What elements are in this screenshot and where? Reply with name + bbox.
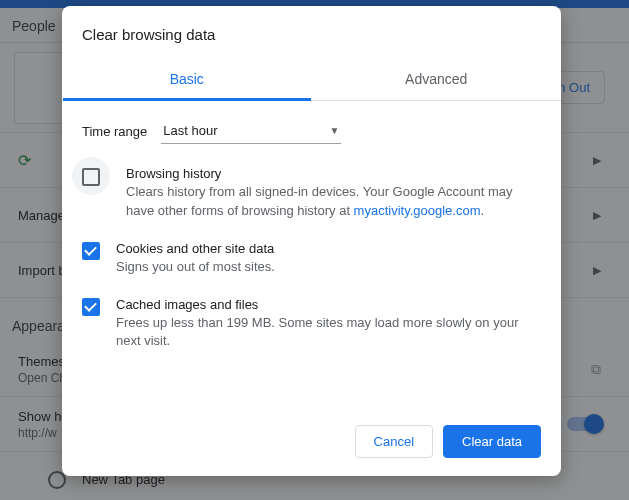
option-title: Cookies and other site data (116, 241, 275, 256)
time-range-label: Time range (82, 124, 147, 139)
checkbox-cache[interactable] (82, 298, 100, 316)
tab-advanced[interactable]: Advanced (312, 59, 562, 100)
option-desc: Signs you out of most sites. (116, 258, 275, 277)
clear-browsing-data-dialog: Clear browsing data Basic Advanced Time … (62, 6, 561, 476)
dialog-body: Time range Last hour ▼ Browsing history … (62, 101, 561, 411)
option-title: Cached images and files (116, 297, 541, 312)
checkbox-browsing-history[interactable] (82, 168, 100, 186)
option-browsing-history: Browsing history Clears history from all… (82, 166, 541, 221)
checkbox-cookies[interactable] (82, 242, 100, 260)
dialog-title: Clear browsing data (62, 26, 561, 59)
checkbox-focus-ring (72, 157, 110, 195)
cancel-button[interactable]: Cancel (355, 425, 433, 458)
option-cookies: Cookies and other site data Signs you ou… (82, 241, 541, 277)
clear-data-button[interactable]: Clear data (443, 425, 541, 458)
dropdown-triangle-icon: ▼ (329, 125, 339, 136)
option-desc: Frees up less than 199 MB. Some sites ma… (116, 314, 541, 352)
time-range-select[interactable]: Last hour ▼ (161, 119, 341, 144)
dialog-tabs: Basic Advanced (62, 59, 561, 101)
time-range-row: Time range Last hour ▼ (82, 119, 541, 144)
time-range-value: Last hour (163, 123, 217, 138)
option-cache: Cached images and files Frees up less th… (82, 297, 541, 352)
tab-basic[interactable]: Basic (62, 59, 312, 100)
myactivity-link[interactable]: myactivity.google.com (354, 203, 481, 218)
option-desc: Clears history from all signed-in device… (126, 183, 541, 221)
dialog-footer: Cancel Clear data (62, 411, 561, 476)
option-title: Browsing history (126, 166, 541, 181)
